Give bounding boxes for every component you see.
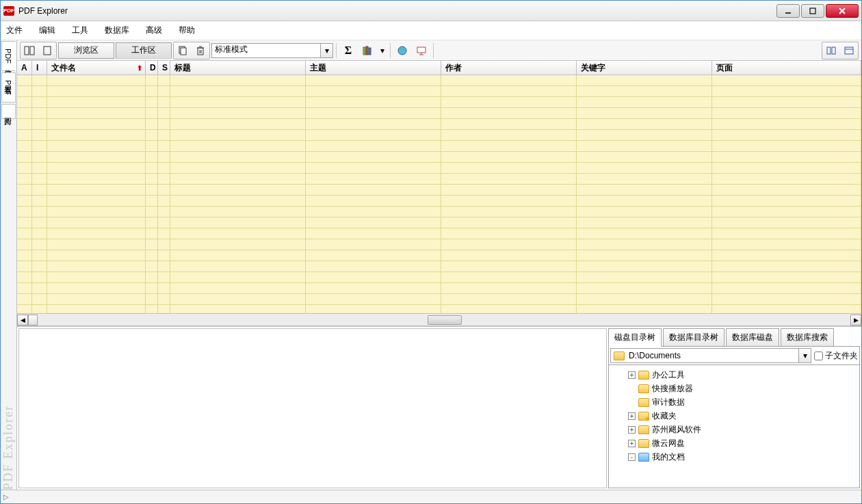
globe-icon[interactable] <box>393 42 411 59</box>
column-header-pages[interactable]: 页面 <box>712 61 861 75</box>
tree-tab-db-tree[interactable]: 数据库目录树 <box>663 328 724 347</box>
table-row[interactable] <box>17 174 861 185</box>
svg-rect-16 <box>369 48 371 55</box>
scroll-right-icon[interactable]: ▶ <box>850 315 861 326</box>
table-row[interactable] <box>17 119 861 130</box>
maximize-button[interactable] <box>801 4 824 18</box>
table-row[interactable] <box>17 75 861 86</box>
expand-icon[interactable]: + <box>628 371 636 379</box>
mode-select-value: 标准模式 <box>215 44 248 54</box>
column-header-i[interactable]: I <box>32 61 47 75</box>
column-header-author[interactable]: 作者 <box>441 61 577 75</box>
expand-icon[interactable]: + <box>628 440 636 447</box>
tree-item[interactable]: +办公工具 <box>609 368 859 382</box>
subfolder-checkbox[interactable]: 子文件夹 <box>814 350 858 362</box>
scroll-thumb[interactable] <box>428 315 462 325</box>
table-row[interactable] <box>17 185 861 196</box>
table-row[interactable] <box>17 86 861 97</box>
delete-icon[interactable] <box>192 42 209 59</box>
column-header-subject[interactable]: 主题 <box>306 61 441 75</box>
column-header-title[interactable]: 标题 <box>170 61 306 75</box>
tree-item-label: 办公工具 <box>652 369 685 381</box>
toolbar: 浏览区 工作区 标准模式 ▾ Σ ▾ <box>17 40 861 61</box>
horizontal-scrollbar[interactable]: ◀ ▶ <box>17 313 861 326</box>
books-dropdown-icon[interactable]: ▾ <box>378 42 387 59</box>
layout-single-icon[interactable] <box>38 42 56 59</box>
table-row[interactable] <box>17 196 861 207</box>
scroll-left-icon[interactable]: ◀ <box>17 315 28 326</box>
table-row[interactable] <box>17 130 861 141</box>
collapse-icon[interactable]: - <box>628 453 636 461</box>
tree-tab-disk[interactable]: 磁盘目录树 <box>608 328 662 347</box>
column-header-filename[interactable]: 文件名⬆ <box>47 61 146 75</box>
view-detail-icon[interactable] <box>840 42 858 59</box>
sum-icon[interactable]: Σ <box>339 42 357 59</box>
side-tab-image[interactable]: 图片 <box>1 104 16 119</box>
svg-rect-8 <box>181 48 186 55</box>
svg-rect-5 <box>30 47 34 55</box>
table-row[interactable] <box>17 305 861 313</box>
menu-help[interactable]: 帮助 <box>179 25 195 36</box>
tree-item[interactable]: +苏州飓风软件 <box>609 423 859 436</box>
minimize-button[interactable] <box>776 4 800 18</box>
side-tab-view-pdf[interactable]: 查看PDF <box>1 72 16 103</box>
table-row[interactable] <box>17 283 861 294</box>
tree-tab-db-search[interactable]: 数据库搜索 <box>781 328 834 347</box>
file-grid: A I 文件名⬆ D S 标题 主题 作者 关键字 页面 ◀ ▶ <box>17 61 861 326</box>
copy-icon[interactable] <box>174 42 192 59</box>
table-row[interactable] <box>17 97 861 108</box>
table-row[interactable] <box>17 108 861 119</box>
browse-area-tab[interactable]: 浏览区 <box>58 42 114 59</box>
subfolder-checkbox-input[interactable] <box>814 352 823 360</box>
table-row[interactable] <box>17 207 861 217</box>
tree-item[interactable]: +微云网盘 <box>609 436 859 450</box>
menu-advanced[interactable]: 高级 <box>146 25 162 36</box>
table-row[interactable] <box>17 272 861 283</box>
table-row[interactable] <box>17 152 861 163</box>
table-row[interactable] <box>17 261 861 272</box>
column-header-d[interactable]: D <box>146 61 158 75</box>
mode-select[interactable]: 标准模式 ▾ <box>211 43 333 58</box>
grid-body[interactable] <box>17 75 861 313</box>
table-row[interactable] <box>17 141 861 152</box>
path-select[interactable]: D:\Documents <box>610 348 799 363</box>
side-tab-pdf-info[interactable]: PDF信息 <box>1 41 16 71</box>
menu-database[interactable]: 数据库 <box>105 25 129 36</box>
tree-tab-db-disk[interactable]: 数据库磁盘 <box>726 328 779 347</box>
view-list-icon[interactable] <box>822 42 840 59</box>
tree-item-label: 微云网盘 <box>652 438 685 449</box>
layout-columns-icon[interactable] <box>21 42 38 59</box>
expand-icon[interactable]: + <box>628 412 636 420</box>
table-row[interactable] <box>17 239 861 250</box>
table-row[interactable] <box>17 163 861 174</box>
expand-icon[interactable]: + <box>628 426 636 434</box>
table-row[interactable] <box>17 294 861 305</box>
column-header-a[interactable]: A <box>17 61 32 75</box>
menu-edit[interactable]: 编辑 <box>39 25 55 36</box>
table-row[interactable] <box>17 217 861 228</box>
dropdown-arrow-icon[interactable]: ▾ <box>321 43 333 58</box>
tree-item-label: 苏州飓风软件 <box>652 424 701 436</box>
close-button[interactable] <box>826 4 859 18</box>
work-area-tab[interactable]: 工作区 <box>116 42 172 59</box>
menu-file[interactable]: 文件 <box>6 25 23 36</box>
books-icon[interactable] <box>358 42 376 59</box>
folder-tree[interactable]: +办公工具快搜播放器审计数据+收藏夹+苏州飓风软件+微云网盘-我的文档 <box>608 365 860 488</box>
tree-item[interactable]: 快搜播放器 <box>609 382 859 395</box>
presentation-icon[interactable] <box>413 42 430 59</box>
column-header-s[interactable]: S <box>158 61 170 75</box>
table-row[interactable] <box>17 228 861 239</box>
menu-tools[interactable]: 工具 <box>72 25 88 36</box>
status-play-icon[interactable]: ▷ <box>3 493 9 501</box>
tree-item[interactable]: 审计数据 <box>609 395 859 409</box>
sort-indicator-icon: ⬆ <box>137 64 142 72</box>
tree-item[interactable]: -我的文档 <box>609 450 859 464</box>
path-dropdown-icon[interactable]: ▾ <box>799 348 811 363</box>
column-header-keywords[interactable]: 关键字 <box>577 61 712 75</box>
tree-item[interactable]: +收藏夹 <box>609 409 859 423</box>
folder-icon <box>638 398 649 407</box>
svg-rect-1 <box>810 8 815 14</box>
table-row[interactable] <box>17 250 861 261</box>
scroll-track[interactable] <box>38 315 850 326</box>
scroll-thumb-small[interactable] <box>28 315 38 326</box>
